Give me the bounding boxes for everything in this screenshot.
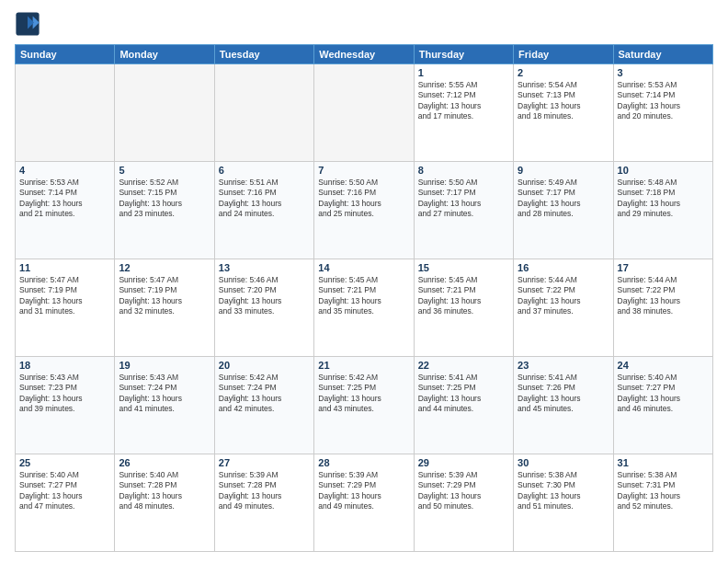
day-info: Sunrise: 5:47 AM Sunset: 7:19 PM Dayligh… (119, 275, 210, 317)
day-number: 3 (618, 67, 709, 78)
day-number: 28 (318, 457, 409, 468)
calendar-cell: 15Sunrise: 5:45 AM Sunset: 7:21 PM Dayli… (414, 259, 513, 357)
day-info: Sunrise: 5:51 AM Sunset: 7:16 PM Dayligh… (219, 178, 310, 220)
calendar-week-1: 1Sunrise: 5:55 AM Sunset: 7:12 PM Daylig… (16, 64, 713, 162)
header (15, 11, 713, 37)
logo (15, 11, 44, 37)
day-info: Sunrise: 5:45 AM Sunset: 7:21 PM Dayligh… (318, 275, 409, 317)
day-number: 17 (618, 262, 709, 273)
calendar-cell: 23Sunrise: 5:41 AM Sunset: 7:26 PM Dayli… (514, 357, 613, 454)
calendar-cell: 26Sunrise: 5:40 AM Sunset: 7:28 PM Dayli… (115, 454, 214, 552)
day-number: 19 (119, 360, 210, 371)
day-number: 14 (318, 262, 409, 273)
day-info: Sunrise: 5:42 AM Sunset: 7:25 PM Dayligh… (318, 373, 409, 415)
day-info: Sunrise: 5:38 AM Sunset: 7:30 PM Dayligh… (518, 470, 609, 512)
day-number: 8 (418, 165, 509, 176)
calendar-cell: 10Sunrise: 5:48 AM Sunset: 7:18 PM Dayli… (613, 162, 712, 259)
day-info: Sunrise: 5:44 AM Sunset: 7:22 PM Dayligh… (618, 275, 709, 317)
day-number: 11 (19, 262, 110, 273)
calendar-cell: 14Sunrise: 5:45 AM Sunset: 7:21 PM Dayli… (314, 259, 414, 357)
day-info: Sunrise: 5:54 AM Sunset: 7:13 PM Dayligh… (518, 80, 609, 122)
calendar-cell (16, 64, 115, 162)
calendar-cell (214, 64, 313, 162)
day-info: Sunrise: 5:49 AM Sunset: 7:17 PM Dayligh… (518, 178, 609, 220)
weekday-header-thursday: Thursday (414, 45, 513, 64)
day-info: Sunrise: 5:53 AM Sunset: 7:14 PM Dayligh… (618, 80, 709, 122)
day-number: 13 (219, 262, 310, 273)
calendar-cell: 5Sunrise: 5:52 AM Sunset: 7:15 PM Daylig… (115, 162, 214, 259)
day-info: Sunrise: 5:40 AM Sunset: 7:27 PM Dayligh… (618, 373, 709, 415)
day-info: Sunrise: 5:50 AM Sunset: 7:17 PM Dayligh… (418, 178, 509, 220)
calendar-cell: 2Sunrise: 5:54 AM Sunset: 7:13 PM Daylig… (514, 64, 613, 162)
weekday-header-tuesday: Tuesday (214, 45, 313, 64)
calendar-cell: 7Sunrise: 5:50 AM Sunset: 7:16 PM Daylig… (314, 162, 414, 259)
day-info: Sunrise: 5:40 AM Sunset: 7:27 PM Dayligh… (19, 470, 110, 512)
day-number: 10 (618, 165, 709, 176)
day-number: 29 (418, 457, 509, 468)
day-number: 4 (19, 165, 110, 176)
calendar-cell: 11Sunrise: 5:47 AM Sunset: 7:19 PM Dayli… (16, 259, 115, 357)
day-number: 18 (19, 360, 110, 371)
calendar-cell: 21Sunrise: 5:42 AM Sunset: 7:25 PM Dayli… (314, 357, 414, 454)
calendar-cell: 24Sunrise: 5:40 AM Sunset: 7:27 PM Dayli… (613, 357, 712, 454)
calendar-cell: 1Sunrise: 5:55 AM Sunset: 7:12 PM Daylig… (414, 64, 513, 162)
calendar-cell: 9Sunrise: 5:49 AM Sunset: 7:17 PM Daylig… (514, 162, 613, 259)
day-info: Sunrise: 5:50 AM Sunset: 7:16 PM Dayligh… (318, 178, 409, 220)
calendar-cell: 4Sunrise: 5:53 AM Sunset: 7:14 PM Daylig… (16, 162, 115, 259)
day-info: Sunrise: 5:44 AM Sunset: 7:22 PM Dayligh… (518, 275, 609, 317)
day-info: Sunrise: 5:39 AM Sunset: 7:28 PM Dayligh… (219, 470, 310, 512)
calendar-cell (115, 64, 214, 162)
day-number: 16 (518, 262, 609, 273)
calendar-cell: 17Sunrise: 5:44 AM Sunset: 7:22 PM Dayli… (613, 259, 712, 357)
weekday-header-wednesday: Wednesday (314, 45, 414, 64)
calendar-cell: 20Sunrise: 5:42 AM Sunset: 7:24 PM Dayli… (214, 357, 313, 454)
weekday-header-sunday: Sunday (16, 45, 115, 64)
day-info: Sunrise: 5:42 AM Sunset: 7:24 PM Dayligh… (219, 373, 310, 415)
day-number: 15 (418, 262, 509, 273)
day-info: Sunrise: 5:45 AM Sunset: 7:21 PM Dayligh… (418, 275, 509, 317)
weekday-header-saturday: Saturday (613, 45, 712, 64)
calendar-cell: 30Sunrise: 5:38 AM Sunset: 7:30 PM Dayli… (514, 454, 613, 552)
calendar-cell: 13Sunrise: 5:46 AM Sunset: 7:20 PM Dayli… (214, 259, 313, 357)
day-number: 1 (418, 67, 509, 78)
day-number: 5 (119, 165, 210, 176)
day-number: 21 (318, 360, 409, 371)
calendar-table: SundayMondayTuesdayWednesdayThursdayFrid… (15, 44, 713, 552)
calendar-cell: 31Sunrise: 5:38 AM Sunset: 7:31 PM Dayli… (613, 454, 712, 552)
calendar-cell: 25Sunrise: 5:40 AM Sunset: 7:27 PM Dayli… (16, 454, 115, 552)
calendar-week-5: 25Sunrise: 5:40 AM Sunset: 7:27 PM Dayli… (16, 454, 713, 552)
day-number: 9 (518, 165, 609, 176)
weekday-header-monday: Monday (115, 45, 214, 64)
weekday-header-row: SundayMondayTuesdayWednesdayThursdayFrid… (16, 45, 713, 64)
day-number: 27 (219, 457, 310, 468)
calendar-cell: 19Sunrise: 5:43 AM Sunset: 7:24 PM Dayli… (115, 357, 214, 454)
day-info: Sunrise: 5:39 AM Sunset: 7:29 PM Dayligh… (318, 470, 409, 512)
day-number: 7 (318, 165, 409, 176)
day-info: Sunrise: 5:46 AM Sunset: 7:20 PM Dayligh… (219, 275, 310, 317)
calendar-cell: 8Sunrise: 5:50 AM Sunset: 7:17 PM Daylig… (414, 162, 513, 259)
weekday-header-friday: Friday (514, 45, 613, 64)
day-info: Sunrise: 5:40 AM Sunset: 7:28 PM Dayligh… (119, 470, 210, 512)
page: SundayMondayTuesdayWednesdayThursdayFrid… (0, 0, 728, 563)
day-number: 25 (19, 457, 110, 468)
day-number: 24 (618, 360, 709, 371)
day-number: 2 (518, 67, 609, 78)
calendar-week-4: 18Sunrise: 5:43 AM Sunset: 7:23 PM Dayli… (16, 357, 713, 454)
day-info: Sunrise: 5:53 AM Sunset: 7:14 PM Dayligh… (19, 178, 110, 220)
day-info: Sunrise: 5:41 AM Sunset: 7:26 PM Dayligh… (518, 373, 609, 415)
calendar-cell: 29Sunrise: 5:39 AM Sunset: 7:29 PM Dayli… (414, 454, 513, 552)
day-number: 22 (418, 360, 509, 371)
calendar-week-2: 4Sunrise: 5:53 AM Sunset: 7:14 PM Daylig… (16, 162, 713, 259)
day-info: Sunrise: 5:52 AM Sunset: 7:15 PM Dayligh… (119, 178, 210, 220)
day-info: Sunrise: 5:43 AM Sunset: 7:23 PM Dayligh… (19, 373, 110, 415)
calendar-cell: 16Sunrise: 5:44 AM Sunset: 7:22 PM Dayli… (514, 259, 613, 357)
calendar-cell: 18Sunrise: 5:43 AM Sunset: 7:23 PM Dayli… (16, 357, 115, 454)
calendar-cell: 12Sunrise: 5:47 AM Sunset: 7:19 PM Dayli… (115, 259, 214, 357)
day-info: Sunrise: 5:38 AM Sunset: 7:31 PM Dayligh… (618, 470, 709, 512)
calendar-week-3: 11Sunrise: 5:47 AM Sunset: 7:19 PM Dayli… (16, 259, 713, 357)
day-info: Sunrise: 5:47 AM Sunset: 7:19 PM Dayligh… (19, 275, 110, 317)
calendar-cell: 28Sunrise: 5:39 AM Sunset: 7:29 PM Dayli… (314, 454, 414, 552)
calendar-cell (314, 64, 414, 162)
day-info: Sunrise: 5:43 AM Sunset: 7:24 PM Dayligh… (119, 373, 210, 415)
day-number: 20 (219, 360, 310, 371)
